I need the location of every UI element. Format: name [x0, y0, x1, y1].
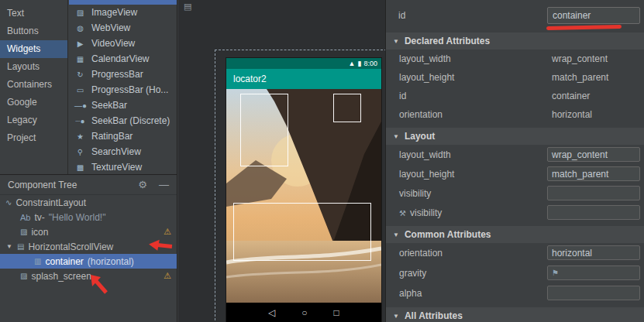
gear-icon[interactable]: ⚙	[138, 180, 147, 190]
warning-icon: ⚠	[164, 227, 171, 237]
attr-label: layout_width	[399, 53, 451, 64]
panel-icon[interactable]: ▤	[184, 2, 191, 12]
palette-category-project[interactable]: Project	[0, 129, 67, 147]
section-declared-attributes[interactable]: ▼ Declared Attributes	[386, 33, 644, 50]
widget-label: RatingBar	[91, 131, 133, 142]
imageview-icon: ▨	[20, 228, 27, 236]
tree-item-label: tv-	[34, 212, 44, 223]
palette-category-layouts[interactable]: Layouts	[0, 58, 67, 76]
chevron-down-icon[interactable]: ▼	[5, 243, 13, 250]
palette-category-buttons[interactable]: Buttons	[0, 22, 67, 40]
seekbar-discrete-icon: ┈●	[74, 117, 86, 125]
attributes-panel: id ▼ Declared Attributes layout_width wr…	[385, 0, 644, 322]
widget-label: ProgressBar	[91, 69, 143, 80]
attr-label: alpha	[399, 288, 422, 299]
tools-visibility-field[interactable]	[547, 205, 640, 220]
child-view-highlight	[240, 94, 288, 166]
preview-status-bar: ▲ ▮ 8:00	[226, 58, 381, 69]
attr-row-id[interactable]: id container	[386, 87, 644, 105]
wrench-icon: ⚒	[399, 209, 406, 218]
field-value: match_parent	[552, 169, 608, 180]
section-all-attributes[interactable]: ▼ All Attributes	[386, 307, 644, 322]
palette-category-text[interactable]: Text	[0, 5, 67, 22]
widget-label: ProgressBar (Ho...	[91, 84, 168, 95]
palette-category-containers[interactable]: Containers	[0, 76, 67, 94]
orientation-field[interactable]: horizontal	[547, 245, 640, 260]
overview-icon: □	[334, 307, 339, 318]
tree-item-container[interactable]: ▥ container (horizontal)	[0, 254, 177, 269]
widget-label: SeekBar	[91, 100, 127, 111]
widget-item-videoview[interactable]: ▶ VideoView	[69, 36, 177, 51]
textview-icon: Ab	[20, 213, 30, 222]
progressbar-horizontal-icon: ▭	[74, 86, 86, 94]
design-surface[interactable]: ▤ ▲ ▮ 8:00 locator2	[178, 0, 385, 322]
progressbar-icon: ↻	[74, 70, 86, 79]
attr-label-text: visibility	[410, 207, 442, 218]
widget-item-progressbar-horizontal[interactable]: ▭ ProgressBar (Ho...	[69, 82, 177, 98]
tree-item-icon[interactable]: ▨ icon ⚠	[0, 224, 177, 239]
attr-row-tools-visibility: ⚒ visibility	[386, 203, 644, 222]
layout-height-field[interactable]: match_parent	[547, 166, 640, 181]
app-title: locator2	[233, 74, 267, 84]
flag-icon: ⚑	[552, 269, 559, 277]
attr-row-layout-width[interactable]: layout_width wrap_content	[386, 50, 644, 68]
attr-label: ⚒ visibility	[399, 207, 442, 218]
attr-label: visibility	[399, 188, 431, 199]
alpha-field[interactable]	[547, 286, 640, 300]
linearlayout-horizontal-icon: ▥	[34, 257, 41, 265]
ratingbar-icon: ★	[74, 132, 86, 141]
widget-item-webview[interactable]: ◍ WebView	[69, 20, 177, 36]
chevron-down-icon: ▼	[393, 313, 399, 320]
attr-row-gravity: gravity ⚑	[386, 263, 644, 283]
layout-width-field[interactable]: wrap_content	[547, 147, 640, 162]
widget-label: TextureView	[91, 162, 142, 173]
calendarview-icon: ▦	[74, 55, 86, 63]
widget-item-seekbar[interactable]: —● SeekBar	[69, 98, 177, 113]
field-value: horizontal	[552, 248, 592, 259]
widget-item-textureview[interactable]: ▩ TextureView	[69, 159, 177, 174]
device-preview[interactable]: ▲ ▮ 8:00 locator2	[226, 58, 381, 322]
palette-category-widgets[interactable]: Widgets	[0, 40, 67, 58]
tree-item-textview[interactable]: Ab tv- "Hello World!"	[0, 210, 177, 224]
textureview-icon: ▩	[74, 163, 86, 172]
attr-row-layout-height[interactable]: layout_height match_parent	[386, 68, 644, 87]
minimize-icon[interactable]: —	[159, 180, 169, 190]
section-layout[interactable]: ▼ Layout	[386, 128, 644, 145]
widget-item-calendarview[interactable]: ▦ CalendarView	[69, 51, 177, 67]
widget-label: CalendarView	[91, 53, 150, 64]
back-icon: ◁	[268, 307, 275, 318]
preview-content	[226, 89, 381, 303]
visibility-field[interactable]	[547, 186, 640, 200]
child-view-highlight	[333, 94, 361, 122]
tree-item-label: container	[45, 256, 83, 267]
section-title: Common Attributes	[405, 229, 491, 240]
id-input[interactable]	[547, 7, 640, 24]
widget-item-progressbar[interactable]: ↻ ProgressBar	[69, 67, 177, 82]
attr-value: container	[552, 91, 590, 101]
tree-item-constraintlayout[interactable]: ∿ ConstraintLayout	[0, 195, 177, 210]
imageview-icon: ▨	[74, 9, 86, 17]
section-common-attributes[interactable]: ▼ Common Attributes	[386, 226, 644, 243]
attr-row-visibility: visibility	[386, 183, 644, 203]
imageview-icon: ▨	[20, 272, 27, 280]
child-view-highlight	[233, 203, 371, 261]
chevron-down-icon: ▼	[393, 231, 399, 238]
palette-category-google[interactable]: Google	[0, 94, 67, 111]
attr-label: id	[399, 91, 406, 101]
widget-item-ratingbar[interactable]: ★ RatingBar	[69, 128, 177, 144]
tree-item-suffix: (horizontal)	[88, 256, 134, 267]
palette-category-legacy[interactable]: Legacy	[0, 111, 67, 129]
attr-label: orientation	[399, 248, 443, 259]
home-icon: ○	[301, 307, 307, 318]
widget-item-imageview[interactable]: ▨ ImageView	[69, 5, 177, 20]
attr-label: layout_width	[399, 149, 451, 160]
attr-label: layout_height	[399, 72, 454, 83]
attr-row-orientation[interactable]: orientation horizontal	[386, 105, 644, 124]
gravity-field[interactable]: ⚑	[547, 265, 640, 280]
widget-label: ImageView	[91, 7, 137, 18]
widget-item-seekbar-discrete[interactable]: ┈● SeekBar (Discrete)	[69, 113, 177, 128]
widget-item-searchview[interactable]: ⚲ SearchView	[69, 144, 177, 159]
horizontalscrollview-icon: ▤	[17, 242, 24, 251]
component-tree-header: Component Tree ⚙ —	[0, 175, 177, 195]
preview-nav-bar: ◁ ○ □	[226, 303, 381, 322]
